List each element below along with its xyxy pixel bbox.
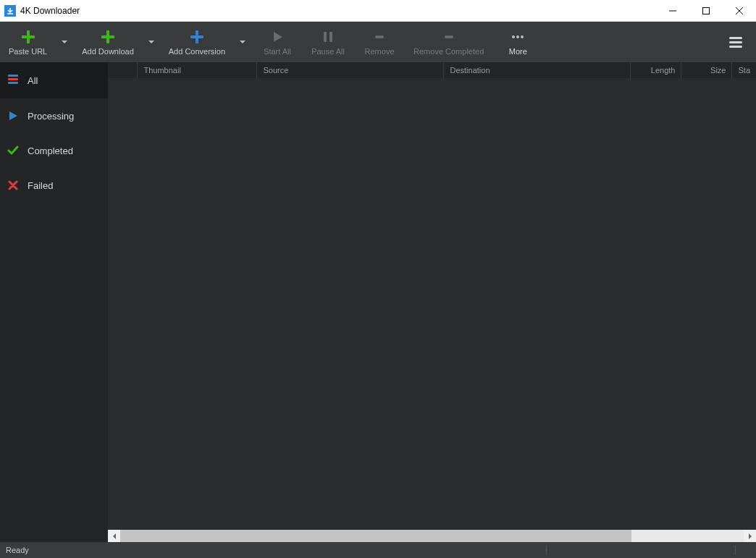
column-header-length[interactable]: Length <box>630 62 681 78</box>
add-conversion-button[interactable]: Add Conversion <box>160 28 234 56</box>
hamburger-menu-button[interactable] <box>715 34 756 50</box>
table-header: Thumbnail Source Destination Length Size… <box>108 62 756 78</box>
remove-completed-button[interactable]: Remove Completed <box>405 28 492 56</box>
sidebar-processing-label: Processing <box>28 111 74 122</box>
svg-rect-12 <box>375 35 384 38</box>
svg-rect-10 <box>324 32 327 42</box>
sidebar-failed-label: Failed <box>28 180 53 191</box>
pause-icon <box>321 28 335 46</box>
paste-url-dropdown[interactable] <box>56 39 73 45</box>
minus-icon <box>372 28 387 46</box>
more-label: More <box>509 47 527 56</box>
dots-icon <box>511 28 525 46</box>
all-icon <box>7 73 19 88</box>
close-button[interactable] <box>723 0 756 22</box>
add-conversion-dropdown[interactable] <box>234 39 251 45</box>
start-all-button[interactable]: Start All <box>252 28 303 56</box>
sidebar: All Processing Completed Failed <box>0 62 108 542</box>
statusbar-separator <box>546 545 547 555</box>
statusbar: Ready <box>0 542 756 558</box>
column-header-thumbnail[interactable]: Thumbnail <box>137 62 256 78</box>
svg-rect-5 <box>22 35 35 38</box>
check-icon <box>7 145 19 156</box>
svg-rect-21 <box>8 78 18 80</box>
chevron-left-icon <box>113 533 116 539</box>
chevron-down-icon <box>62 41 67 43</box>
minimize-button[interactable] <box>656 0 689 22</box>
svg-rect-22 <box>8 82 18 84</box>
sidebar-item-processing[interactable]: Processing <box>0 98 108 133</box>
scroll-left-button[interactable] <box>108 530 120 542</box>
svg-rect-7 <box>101 35 114 38</box>
column-header-source[interactable]: Source <box>256 62 443 78</box>
scroll-track[interactable] <box>120 530 744 542</box>
sidebar-item-completed[interactable]: Completed <box>0 133 108 168</box>
add-conversion-label: Add Conversion <box>169 47 225 56</box>
sidebar-completed-label: Completed <box>28 145 73 156</box>
play-icon <box>7 110 19 122</box>
main-body: All Processing Completed Failed Thumbnai… <box>0 62 756 542</box>
chevron-right-icon <box>749 533 752 539</box>
sidebar-item-all[interactable]: All <box>0 62 108 98</box>
status-text: Ready <box>6 546 29 554</box>
svg-rect-19 <box>729 46 742 48</box>
table-content-empty <box>108 78 756 530</box>
svg-rect-13 <box>445 35 453 38</box>
plus-icon <box>20 28 36 46</box>
add-download-dropdown[interactable] <box>143 39 160 45</box>
svg-rect-11 <box>329 32 332 42</box>
sidebar-all-label: All <box>28 75 38 86</box>
statusbar-separator <box>735 545 736 555</box>
play-icon <box>270 28 285 46</box>
column-header-blank[interactable] <box>108 62 137 78</box>
column-header-destination[interactable]: Destination <box>443 62 630 78</box>
window-title: 4K Downloader <box>20 6 80 16</box>
pause-all-button[interactable]: Pause All <box>303 28 353 56</box>
column-header-status[interactable]: Sta <box>731 62 756 78</box>
scroll-thumb[interactable] <box>120 530 631 542</box>
svg-point-15 <box>516 35 519 38</box>
start-all-label: Start All <box>264 47 291 56</box>
sidebar-item-failed[interactable]: Failed <box>0 168 108 203</box>
chevron-down-icon <box>148 41 154 43</box>
add-download-label: Add Download <box>82 47 134 56</box>
svg-rect-1 <box>703 7 710 14</box>
plus-icon <box>100 28 116 46</box>
column-header-size[interactable]: Size <box>681 62 731 78</box>
add-download-button[interactable]: Add Download <box>73 28 143 56</box>
more-button[interactable]: More <box>492 28 543 56</box>
paste-url-button[interactable]: Paste URL <box>0 28 56 56</box>
minus-icon <box>442 28 456 46</box>
svg-point-14 <box>512 35 515 38</box>
remove-label: Remove <box>365 47 395 56</box>
svg-rect-18 <box>729 41 742 43</box>
pause-all-label: Pause All <box>311 47 345 56</box>
remove-completed-label: Remove Completed <box>413 47 484 56</box>
main-panel: Thumbnail Source Destination Length Size… <box>108 62 756 542</box>
paste-url-label: Paste URL <box>9 47 47 56</box>
scroll-right-button[interactable] <box>744 530 756 542</box>
titlebar: 4K Downloader <box>0 0 756 22</box>
toolbar: Paste URL Add Download Add Conversion St… <box>0 22 756 62</box>
x-icon <box>7 179 19 191</box>
app-icon <box>4 5 16 17</box>
svg-rect-17 <box>729 37 742 39</box>
remove-button[interactable]: Remove <box>354 28 405 56</box>
horizontal-scrollbar[interactable] <box>108 530 756 542</box>
maximize-button[interactable] <box>689 0 723 22</box>
chevron-down-icon <box>240 41 245 43</box>
plus-icon <box>189 28 205 46</box>
svg-point-16 <box>521 35 524 38</box>
svg-rect-20 <box>8 75 18 77</box>
svg-rect-9 <box>190 35 203 38</box>
hamburger-icon <box>728 34 744 50</box>
